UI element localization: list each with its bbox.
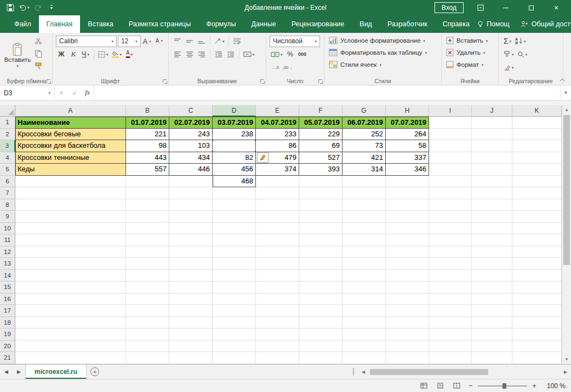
clipboard-dialog-launcher-icon[interactable]: [47, 79, 50, 83]
cell-J20[interactable]: [472, 341, 512, 353]
cell-G17[interactable]: [342, 305, 386, 317]
cell-H18[interactable]: [386, 317, 429, 329]
zoom-slider-thumb[interactable]: [503, 383, 506, 389]
cell-J1[interactable]: [472, 117, 512, 129]
cell-K3[interactable]: [512, 140, 562, 152]
cell-A17[interactable]: [15, 305, 126, 317]
insert-cells-button[interactable]: Вставить▾: [445, 34, 495, 47]
number-format-select[interactable]: Числовой▾: [270, 36, 320, 47]
cell-E12[interactable]: [256, 246, 299, 258]
cell-C2[interactable]: 243: [169, 129, 213, 141]
comma-style-button[interactable]: 000: [297, 49, 308, 60]
cell-J10[interactable]: [472, 223, 512, 235]
cell-K11[interactable]: [512, 234, 562, 246]
cell-H2[interactable]: 264: [386, 129, 429, 141]
cell-A3[interactable]: Кроссовки для баскетбола: [15, 140, 126, 152]
row-header-11[interactable]: 11: [0, 234, 15, 246]
cell-K5[interactable]: [512, 164, 562, 176]
cell-D11[interactable]: [213, 234, 256, 246]
number-dialog-launcher-icon[interactable]: [318, 79, 322, 83]
column-header-H[interactable]: H: [386, 105, 429, 117]
format-cells-button[interactable]: Формат▾: [445, 59, 495, 71]
row-header-9[interactable]: 9: [0, 211, 15, 223]
cell-F5[interactable]: 393: [299, 164, 342, 176]
cell-K1[interactable]: [512, 117, 562, 129]
row-header-14[interactable]: 14: [0, 270, 15, 282]
tab-data[interactable]: Данные: [244, 15, 284, 33]
redo-button[interactable]: [32, 2, 44, 14]
cell-C18[interactable]: [169, 317, 213, 329]
clear-button[interactable]: ▾: [502, 62, 515, 73]
row-header-21[interactable]: 21: [0, 352, 15, 364]
cell-J17[interactable]: [472, 305, 512, 317]
zoom-slider[interactable]: [478, 385, 527, 387]
cell-I4[interactable]: [429, 152, 472, 164]
cell-H16[interactable]: [386, 293, 429, 305]
cell-J8[interactable]: [472, 199, 512, 211]
cell-H21[interactable]: [386, 352, 429, 364]
sheet-tab-microexcel[interactable]: microexcel.ru: [25, 365, 87, 379]
cut-button[interactable]: [33, 36, 44, 47]
cell-F18[interactable]: [299, 317, 342, 329]
tab-file[interactable]: Файл: [7, 15, 39, 33]
cell-A5[interactable]: Кеды: [15, 164, 126, 176]
cell-C1[interactable]: 02.07.2019: [169, 117, 213, 129]
cell-G4[interactable]: 421: [342, 152, 386, 164]
cell-C13[interactable]: [169, 258, 213, 270]
cell-H10[interactable]: [386, 223, 429, 235]
cell-D9[interactable]: [213, 211, 256, 223]
cell-K15[interactable]: [512, 281, 562, 293]
italic-button[interactable]: К: [68, 49, 79, 60]
accounting-format-button[interactable]: ▾: [270, 49, 284, 60]
font-color-button[interactable]: А▾: [124, 49, 135, 60]
decrease-decimal-button[interactable]: ,00→: [282, 62, 293, 73]
cell-A14[interactable]: [15, 270, 126, 282]
cell-C11[interactable]: [169, 234, 213, 246]
save-button[interactable]: [4, 2, 16, 14]
cell-A20[interactable]: [15, 341, 126, 353]
copy-button[interactable]: [33, 48, 44, 59]
cell-E21[interactable]: [256, 352, 299, 364]
cell-E18[interactable]: [256, 317, 299, 329]
cell-F20[interactable]: [299, 341, 342, 353]
row-header-7[interactable]: 7: [0, 187, 15, 199]
cell-B7[interactable]: [126, 187, 169, 199]
cell-F15[interactable]: [299, 281, 342, 293]
cell-B2[interactable]: 221: [126, 129, 169, 141]
cancel-icon[interactable]: ×: [55, 85, 68, 100]
tab-home[interactable]: Главная: [39, 15, 81, 33]
cell-H9[interactable]: [386, 211, 429, 223]
horizontal-scrollbar[interactable]: ◀ ▶: [352, 365, 571, 379]
font-size-select[interactable]: 12▾: [118, 36, 141, 47]
cell-G19[interactable]: [342, 328, 386, 341]
cell-D21[interactable]: [213, 352, 256, 364]
cell-B20[interactable]: [126, 341, 169, 353]
cell-G15[interactable]: [342, 281, 386, 293]
cell-I8[interactable]: [429, 199, 472, 211]
row-header-2[interactable]: 2: [0, 129, 15, 141]
customize-qat-button[interactable]: ▾: [45, 2, 58, 14]
cell-I21[interactable]: [429, 352, 472, 364]
minimize-button[interactable]: [498, 2, 514, 14]
normal-view-button[interactable]: [418, 381, 430, 391]
cell-C14[interactable]: [169, 270, 213, 282]
cell-H14[interactable]: [386, 270, 429, 282]
cell-E14[interactable]: [256, 270, 299, 282]
cell-E17[interactable]: [256, 305, 299, 317]
cell-G20[interactable]: [342, 341, 386, 353]
cell-B13[interactable]: [126, 258, 169, 270]
scroll-right-icon[interactable]: ▶: [560, 370, 571, 374]
cell-D12[interactable]: [213, 246, 256, 258]
cell-G16[interactable]: [342, 293, 386, 305]
column-header-F[interactable]: F: [299, 105, 342, 117]
cell-K7[interactable]: [512, 187, 562, 199]
cell-J14[interactable]: [472, 270, 512, 282]
vertical-scroll-thumb[interactable]: [563, 115, 570, 265]
formula-input[interactable]: [94, 85, 560, 100]
page-break-view-button[interactable]: [450, 381, 462, 391]
cell-I10[interactable]: [429, 223, 472, 235]
cell-E16[interactable]: [256, 293, 299, 305]
tab-insert[interactable]: Вставка: [80, 15, 121, 33]
cell-F3[interactable]: 69: [299, 140, 342, 152]
cell-F17[interactable]: [299, 305, 342, 317]
